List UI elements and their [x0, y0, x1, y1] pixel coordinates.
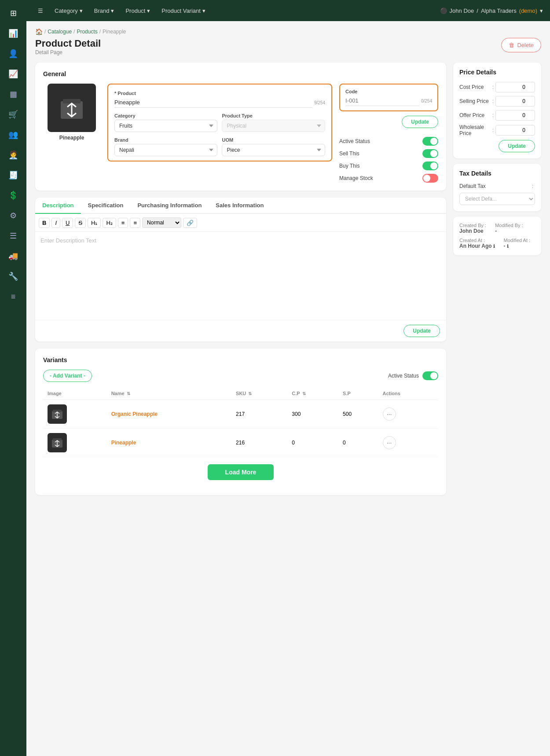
- tax-details-card: Tax Details Default Tax : Select Defa...: [453, 164, 541, 211]
- category-select[interactable]: Fruits: [114, 120, 217, 132]
- product-type-select[interactable]: Physical: [222, 120, 325, 132]
- category-field: Category Fruits: [114, 113, 217, 132]
- delete-button[interactable]: 🗑 Delete: [501, 38, 541, 52]
- form-row-2: Brand Nepali UOM Piece: [114, 137, 325, 156]
- user-profile[interactable]: ⚫ John Doe / Alpha Traders (demo) ▾: [440, 7, 543, 14]
- product-image[interactable]: [48, 84, 96, 132]
- home-icon[interactable]: 🏠: [35, 28, 43, 35]
- unordered-list-button[interactable]: ≡: [130, 218, 140, 228]
- variant-name-1[interactable]: Pineapple: [111, 440, 136, 446]
- h2-button[interactable]: H₂: [103, 218, 116, 228]
- uom-field: UOM Piece: [222, 137, 325, 156]
- price-update-button[interactable]: Update: [499, 140, 535, 152]
- default-tax-select[interactable]: Select Defa...: [459, 193, 535, 205]
- modified-at-meta: Modified At : - ℹ: [504, 238, 531, 249]
- sidebar-icon-trending[interactable]: 📈: [4, 65, 22, 83]
- sidebar-icon-menu-list[interactable]: ≡: [4, 288, 22, 305]
- bold-button[interactable]: B: [39, 218, 50, 228]
- general-right: Code 0/254 Update: [339, 84, 438, 183]
- cost-price-input[interactable]: [495, 82, 535, 92]
- sidebar-icon-dollar[interactable]: 💲: [4, 187, 22, 204]
- selling-price-input[interactable]: [495, 96, 535, 106]
- tab-specification[interactable]: Specification: [81, 198, 131, 214]
- sidebar-icon-user[interactable]: 👤: [4, 45, 22, 62]
- product-type-field: Product Type Physical: [222, 113, 325, 132]
- link-button[interactable]: 🔗: [183, 218, 197, 228]
- active-status-toggle[interactable]: [422, 137, 438, 146]
- variant-cp-0: 300: [287, 400, 338, 429]
- buy-this-toggle[interactable]: [422, 161, 438, 170]
- tab-description[interactable]: Description: [35, 198, 81, 214]
- sidebar-icon-wrench[interactable]: 🔧: [4, 268, 22, 285]
- variant-image-1: [48, 433, 67, 452]
- cp-sort-icon[interactable]: ⇅: [302, 391, 306, 396]
- description-area[interactable]: Enter Description Text: [35, 232, 446, 320]
- wholesale-price-input[interactable]: [495, 125, 535, 136]
- add-variant-button[interactable]: - Add Variant -: [43, 370, 92, 382]
- sell-this-toggle[interactable]: [422, 149, 438, 158]
- brand-select[interactable]: Nepali: [114, 144, 217, 156]
- breadcrumb-current: Pineapple: [103, 29, 126, 35]
- sidebar-icon-person-settings[interactable]: 🧑‍💼: [4, 146, 22, 164]
- sidebar-icon-grid[interactable]: ⊞: [4, 4, 22, 22]
- breadcrumb-catalogue[interactable]: Catalogue: [48, 29, 72, 35]
- sidebar-icon-table[interactable]: ▦: [4, 85, 22, 103]
- product-image-label: Pineapple: [59, 135, 84, 141]
- variants-active-status-toggle[interactable]: [422, 371, 438, 380]
- load-more-button[interactable]: Load More: [208, 464, 274, 480]
- code-input[interactable]: [345, 95, 419, 106]
- selling-price-row: Selling Price :: [459, 96, 535, 106]
- underline-button[interactable]: U: [62, 218, 73, 228]
- product-nav[interactable]: Product ▾: [121, 5, 154, 17]
- toggles-area: Active Status Sell This Buy This: [339, 137, 438, 183]
- toggle-buy-this: Buy This: [339, 161, 438, 170]
- brand-nav[interactable]: Brand ▾: [90, 5, 119, 17]
- category-nav[interactable]: Category ▾: [50, 5, 87, 17]
- sidebar-icon-settings[interactable]: ⚙: [4, 207, 22, 224]
- sku-sort-icon[interactable]: ⇅: [248, 391, 252, 396]
- variant-image-0: [48, 404, 67, 424]
- sidebar-icon-truck[interactable]: 🚚: [4, 247, 22, 265]
- sidebar-icon-list[interactable]: ☰: [4, 227, 22, 245]
- strikethrough-button[interactable]: S: [75, 218, 86, 228]
- product-form-box: * Product 9/254 Category Fruits: [107, 84, 332, 161]
- description-update-button[interactable]: Update: [403, 325, 440, 337]
- created-by-meta: Created By : John Doe: [459, 223, 486, 234]
- price-details-card: Price Details Cost Price : Selling Price…: [453, 62, 541, 158]
- italic-button[interactable]: I: [51, 218, 60, 228]
- meta-card: Created By : John Doe Modified By : - Cr…: [453, 217, 541, 255]
- text-format-select[interactable]: Normal Heading 1 Heading 2: [142, 217, 181, 228]
- variant-actions-1[interactable]: ···: [383, 436, 396, 449]
- name-sort-icon[interactable]: ⇅: [127, 391, 130, 396]
- manage-stock-toggle[interactable]: [422, 174, 438, 183]
- product-char-count: 9/254: [314, 100, 325, 105]
- tab-purchasing[interactable]: Purchasing Information: [130, 198, 209, 214]
- breadcrumb-products[interactable]: Products: [77, 29, 97, 35]
- ordered-list-button[interactable]: ≡: [118, 218, 128, 228]
- offer-price-input[interactable]: [495, 110, 535, 121]
- editor-toolbar: B I U S H₁ H₂ ≡ ≡ Normal Heading 1 Headi…: [35, 214, 446, 232]
- general-section-title: General: [43, 70, 438, 77]
- col-sku: SKU ⇅: [231, 387, 287, 400]
- main-content: ☰ Category ▾ Brand ▾ Product ▾ Product V…: [26, 0, 550, 756]
- product-variant-nav[interactable]: Product Variant ▾: [157, 5, 210, 17]
- two-col-layout: General: [35, 62, 541, 502]
- right-col: Price Details Cost Price : Selling Price…: [453, 62, 541, 502]
- product-name-input[interactable]: [114, 97, 312, 108]
- variant-actions-0[interactable]: ···: [383, 407, 396, 421]
- table-row: Pineapple 216 0 0 ···: [43, 429, 438, 457]
- sidebar-icon-people[interactable]: 👥: [4, 126, 22, 143]
- general-card: General: [35, 62, 446, 191]
- tab-sales[interactable]: Sales Information: [209, 198, 271, 214]
- uom-select[interactable]: Piece: [222, 144, 325, 156]
- h1-button[interactable]: H₁: [88, 218, 101, 228]
- table-row: Organic Pineapple 217 300 500 ···: [43, 400, 438, 429]
- sidebar-icon-chart[interactable]: 📊: [4, 25, 22, 42]
- sidebar-icon-receipt[interactable]: 🧾: [4, 166, 22, 184]
- sidebar-icon-cart[interactable]: 🛒: [4, 106, 22, 123]
- col-cp: C.P ⇅: [287, 387, 338, 400]
- hamburger-button[interactable]: ☰: [33, 5, 48, 17]
- variant-name-0[interactable]: Organic Pineapple: [111, 411, 158, 417]
- col-image: Image: [43, 387, 107, 400]
- code-update-button[interactable]: Update: [402, 116, 438, 128]
